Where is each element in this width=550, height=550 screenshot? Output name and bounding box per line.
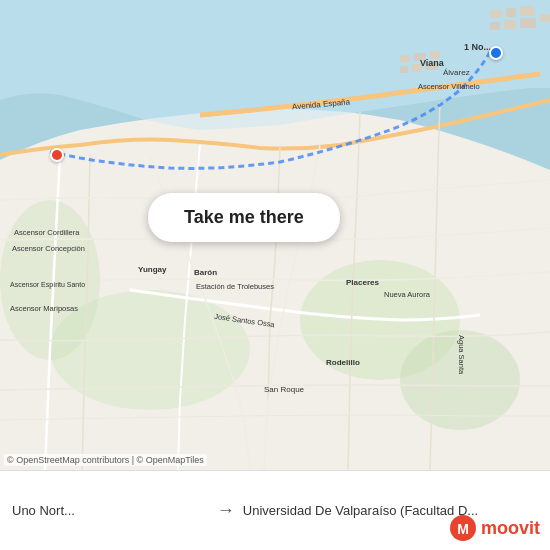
svg-rect-8 [490, 22, 500, 30]
svg-rect-13 [414, 53, 426, 61]
svg-rect-14 [430, 51, 440, 59]
svg-rect-5 [490, 10, 502, 18]
moovit-logo-text: moovit [481, 518, 540, 539]
moovit-logo: M moovit [449, 514, 540, 542]
moovit-logo-icon: M [449, 514, 477, 542]
svg-rect-9 [504, 20, 516, 29]
svg-rect-7 [520, 6, 534, 16]
bottom-bar: Uno Nort... → Universidad De Valparaíso … [0, 470, 550, 550]
take-me-there-button[interactable]: Take me there [148, 193, 340, 242]
svg-text:M: M [457, 521, 469, 537]
svg-rect-15 [400, 66, 408, 73]
origin-marker [489, 46, 503, 60]
destination-marker [50, 148, 64, 162]
route-from: Uno Nort... [12, 503, 209, 518]
map-container: 1 No... Viana Álvarez Ascensor Villanelo… [0, 0, 550, 470]
svg-rect-10 [520, 18, 536, 28]
svg-rect-11 [540, 14, 550, 22]
svg-rect-17 [426, 62, 438, 70]
svg-rect-6 [506, 8, 516, 17]
svg-rect-16 [412, 64, 422, 72]
route-arrow-icon: → [217, 500, 235, 521]
svg-rect-12 [400, 55, 410, 62]
osm-attribution: © OpenStreetMap contributors | © OpenMap… [4, 454, 207, 466]
